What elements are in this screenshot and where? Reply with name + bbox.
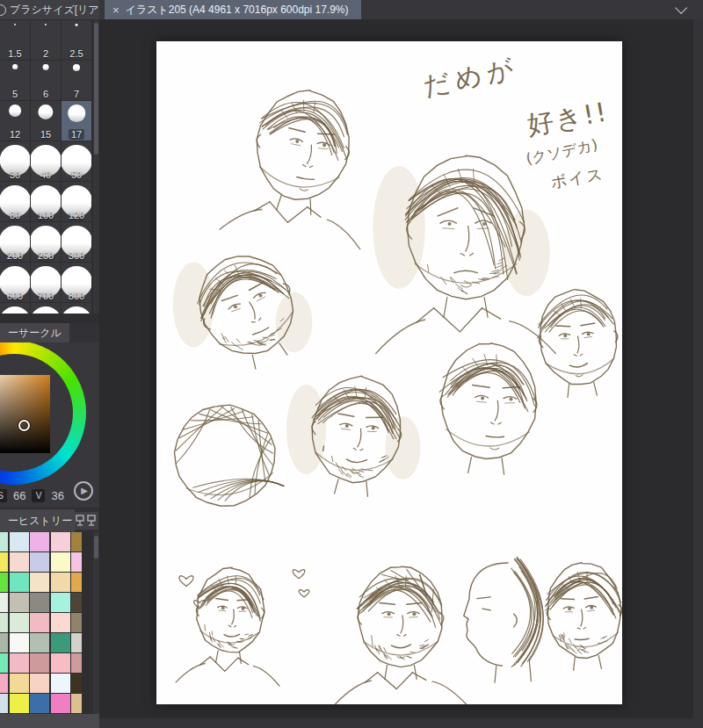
brush-size-cell[interactable]: 17 xyxy=(62,101,91,141)
color-swatch[interactable] xyxy=(51,532,70,551)
color-swatch[interactable] xyxy=(10,613,29,632)
color-swatch[interactable] xyxy=(10,552,29,572)
brush-size-cell[interactable]: 700 xyxy=(31,263,61,302)
color-swatch[interactable] xyxy=(51,674,70,693)
brush-size-cell-clipped[interactable] xyxy=(0,303,30,314)
color-swatch[interactable] xyxy=(51,552,70,572)
color-swatch[interactable] xyxy=(0,593,8,612)
sketch-shading xyxy=(373,166,424,288)
color-swatch[interactable] xyxy=(10,532,29,551)
brush-size-cell[interactable]: 2.5 xyxy=(62,20,91,60)
history-scrollbar[interactable] xyxy=(93,532,99,714)
brush-size-cell[interactable]: 50 xyxy=(62,141,91,181)
chevron-down-icon[interactable] xyxy=(675,2,687,14)
brush-size-cell[interactable]: 7 xyxy=(62,61,91,100)
color-swatch[interactable] xyxy=(51,653,70,673)
color-swatch[interactable] xyxy=(30,613,49,632)
color-swatch[interactable] xyxy=(0,674,8,693)
color-swatch[interactable] xyxy=(30,653,49,673)
color-wheel-tab[interactable]: ーサークル xyxy=(0,323,69,342)
brush-size-cell[interactable]: 80 xyxy=(0,182,30,221)
color-swatch[interactable] xyxy=(30,633,49,652)
color-swatch[interactable] xyxy=(0,613,8,632)
color-swatch[interactable] xyxy=(30,694,49,713)
color-swatch[interactable] xyxy=(30,593,49,612)
brush-size-cell[interactable]: 30 xyxy=(0,141,30,181)
color-swatch[interactable] xyxy=(0,633,8,652)
sketch-stroke xyxy=(569,638,572,643)
color-swatch[interactable] xyxy=(71,674,82,693)
brush-size-cell[interactable]: 1.5 xyxy=(0,20,30,60)
canvas-vertical-scrollbar[interactable] xyxy=(693,19,703,728)
brush-size-label: 50 xyxy=(62,169,91,180)
brush-size-cell[interactable]: 15 xyxy=(31,101,61,141)
sketch-stroke xyxy=(310,199,311,215)
palette-dock-icon[interactable] xyxy=(75,512,98,530)
brush-panel-scrollbar-thumb[interactable] xyxy=(94,23,98,155)
color-swatch[interactable] xyxy=(0,573,8,592)
color-swatch[interactable] xyxy=(10,674,29,693)
brush-size-cell-clipped[interactable] xyxy=(31,303,61,314)
color-swatch[interactable] xyxy=(0,694,8,713)
color-history-tab[interactable]: ーヒストリー xyxy=(0,509,75,532)
color-swatch[interactable] xyxy=(51,694,70,713)
brush-size-cell[interactable]: 200 xyxy=(0,222,30,262)
brush-size-cell[interactable]: 800 xyxy=(62,263,91,302)
canvas-horizontal-scrollbar[interactable] xyxy=(99,718,693,728)
brush-size-cell-clipped[interactable] xyxy=(62,303,91,314)
sketch-stroke xyxy=(240,638,243,639)
sketch-stroke xyxy=(397,635,400,637)
brush-size-cell[interactable]: 250 xyxy=(31,222,61,262)
sketch-eye xyxy=(587,332,591,335)
color-swatch[interactable] xyxy=(71,552,82,572)
color-swatch[interactable] xyxy=(71,633,82,652)
color-swatch[interactable] xyxy=(10,573,29,592)
brush-size-cell[interactable]: 600 xyxy=(0,263,30,302)
color-mode-toggle-icon[interactable]: ▶ xyxy=(74,481,93,501)
history-scrollbar-thumb[interactable] xyxy=(94,536,98,559)
sketch-eye xyxy=(448,222,452,226)
color-swatch[interactable] xyxy=(10,633,29,652)
color-swatch[interactable] xyxy=(0,653,8,673)
sketch-eye xyxy=(590,606,593,609)
brush-panel-scrollbar[interactable] xyxy=(93,20,99,314)
brush-size-label: 600 xyxy=(0,291,30,301)
color-swatch[interactable] xyxy=(51,613,70,632)
brush-size-cell[interactable]: 12 xyxy=(0,101,30,141)
brush-size-cell[interactable]: 6 xyxy=(31,61,61,100)
color-swatch[interactable] xyxy=(10,694,29,713)
color-swatch[interactable] xyxy=(0,532,8,551)
brush-size-cell[interactable]: 5 xyxy=(0,61,30,100)
color-swatch[interactable] xyxy=(30,532,49,551)
brush-size-label: 6 xyxy=(31,89,61,99)
close-tab-icon[interactable]: × xyxy=(112,4,120,17)
brush-size-cell[interactable]: 40 xyxy=(31,141,61,181)
color-picker-marker[interactable] xyxy=(18,420,30,431)
canvas-sketch[interactable]: だめが好き!!(クソデカ)ボイス xyxy=(156,41,622,704)
color-swatch[interactable] xyxy=(71,573,82,592)
color-swatch[interactable] xyxy=(0,552,8,572)
color-swatch[interactable] xyxy=(51,593,70,612)
color-swatch[interactable] xyxy=(71,532,82,551)
brush-size-cell[interactable]: 300 xyxy=(62,222,91,262)
document-tab[interactable]: × イラスト205 (A4 4961 x 7016px 600dpi 17.9%… xyxy=(105,0,361,19)
brush-size-cell[interactable]: 100 xyxy=(31,182,61,221)
color-swatch[interactable] xyxy=(71,694,82,713)
color-swatch[interactable] xyxy=(51,573,70,592)
saturation-value-square[interactable] xyxy=(0,375,50,453)
color-swatch[interactable] xyxy=(30,573,49,592)
sketch-stroke xyxy=(551,309,602,327)
color-swatch[interactable] xyxy=(51,633,70,652)
color-swatch[interactable] xyxy=(10,653,29,673)
drawing-canvas[interactable]: だめが好き!!(クソデカ)ボイス xyxy=(156,41,622,704)
brush-size-cell[interactable]: 2 xyxy=(31,20,61,60)
color-swatch[interactable] xyxy=(10,593,29,612)
color-swatch[interactable] xyxy=(71,653,82,673)
brush-size-cell[interactable]: 120 xyxy=(62,182,91,221)
color-swatch[interactable] xyxy=(30,552,49,572)
color-swatch[interactable] xyxy=(30,674,49,693)
sketch-stroke xyxy=(308,207,321,218)
color-swatch[interactable] xyxy=(71,613,82,632)
color-swatch[interactable] xyxy=(71,593,82,612)
sketch-stroke xyxy=(236,339,240,342)
